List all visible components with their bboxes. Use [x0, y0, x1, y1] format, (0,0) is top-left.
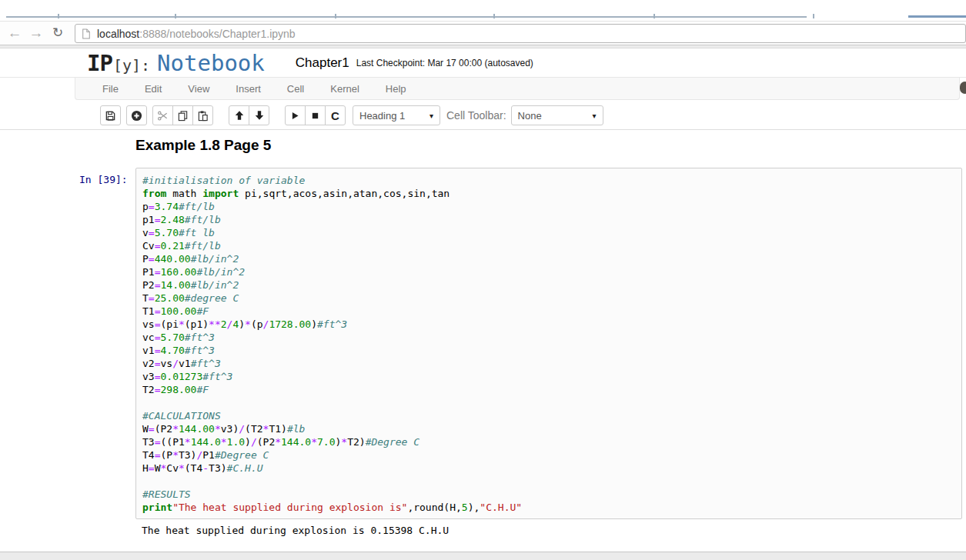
ipython-logo[interactable]: IP [y]: Notebook	[87, 50, 265, 76]
code-line: v=5.70#ft lb	[142, 226, 955, 239]
input-prompt: In [39]:	[79, 174, 128, 185]
code-line: W=(P2*144.00*v3)/(T2*T1)#lb	[142, 422, 955, 435]
move-cell-down-button[interactable]	[249, 105, 269, 125]
reload-icon[interactable]: ↻	[48, 23, 68, 43]
restart-icon: C	[331, 109, 339, 122]
logo-ip: IP	[87, 50, 112, 76]
code-line: from math import pi,sqrt,acos,asin,atan,…	[142, 187, 955, 200]
arrow-down-icon	[254, 110, 265, 121]
tab-separator	[813, 14, 814, 18]
code-line: p1=2.48#ft/lb	[142, 213, 955, 226]
logo-y: [y]:	[113, 56, 150, 75]
cell-toolbar-select[interactable]: None ▾	[511, 105, 603, 125]
code-line: v1=4.70#ft^3	[142, 344, 955, 357]
chevron-down-icon: ▾	[593, 112, 597, 120]
save-button[interactable]	[100, 105, 121, 125]
code-line: P=440.00#lb/in^2	[142, 252, 955, 265]
copy-icon	[177, 110, 189, 122]
cell-toolbar-label: Cell Toolbar:	[446, 109, 506, 122]
code-line: #CALCULATIONS	[142, 409, 955, 422]
notebook-title[interactable]: Chapter1	[296, 55, 349, 71]
url-path: :8888/notebooks/Chapter1.ipynb	[139, 28, 295, 40]
code-line: P1=160.00#lb/in^2	[142, 265, 955, 278]
address-bar[interactable]: localhost:8888/notebooks/Chapter1.ipynb	[75, 24, 966, 43]
code-line: #RESULTS	[142, 488, 955, 501]
code-line	[142, 475, 955, 488]
code-line: T1=100.00#F	[142, 305, 955, 318]
tab-separator	[175, 14, 176, 18]
menu-item-edit[interactable]: Edit	[132, 78, 175, 99]
interrupt-kernel-button[interactable]	[305, 105, 326, 125]
copy-cell-button[interactable]	[172, 105, 193, 125]
tab-separator	[58, 14, 59, 18]
code-line: P2=14.00#lb/in^2	[142, 278, 955, 292]
cell-output: The heat supplied during explosion is 0.…	[142, 525, 449, 536]
menu-bar: FileEditViewInsertCellKernelHelp	[75, 78, 960, 100]
code-line: Cv=0.21#ft/lb	[142, 239, 955, 252]
url-host: localhost	[97, 28, 139, 40]
move-cell-up-button[interactable]	[229, 105, 249, 125]
cell-type-value: Heading 1	[359, 110, 405, 122]
tab-edge-line	[6, 16, 807, 18]
menu-item-file[interactable]: File	[89, 78, 132, 99]
menu-item-insert[interactable]: Insert	[222, 78, 274, 99]
notebook-header: IP [y]: Notebook Chapter1 Last Checkpoin…	[0, 48, 966, 77]
browser-tab-strip	[0, 0, 966, 21]
page-icon	[82, 28, 91, 39]
restart-kernel-button[interactable]: C	[325, 105, 346, 125]
menu-item-cell[interactable]: Cell	[274, 78, 317, 99]
code-line: v2=vs/v1#ft^3	[142, 357, 955, 370]
code-line: T2=298.00#F	[142, 383, 955, 396]
arrow-up-icon	[234, 110, 245, 121]
tab-edge-line-active	[908, 15, 966, 18]
stop-icon	[310, 111, 320, 121]
menu-item-view[interactable]: View	[175, 78, 222, 99]
menu-item-kernel[interactable]: Kernel	[317, 78, 373, 99]
run-cell-button[interactable]	[285, 105, 306, 125]
paste-cell-button[interactable]	[192, 105, 213, 125]
notebook-content: Example 1.8 Page 5 In [39]: #initialisat…	[0, 130, 966, 552]
add-cell-button[interactable]	[126, 105, 147, 125]
code-line: T4=(P*T3)/P1#Degree C	[142, 448, 955, 462]
paste-icon	[197, 110, 209, 122]
code-line: vc=5.70#ft^3	[142, 331, 955, 344]
code-line: print"The heat supplied during explosion…	[142, 501, 955, 514]
code-editor[interactable]: #initialisation of variablefrom math imp…	[135, 168, 962, 519]
code-line	[142, 396, 955, 409]
bottom-bar	[0, 552, 966, 560]
tab-separator	[493, 14, 495, 18]
save-icon	[105, 110, 116, 122]
scissors-icon	[157, 110, 169, 122]
play-icon	[290, 111, 300, 121]
back-icon[interactable]: ←	[5, 23, 25, 43]
chevron-down-icon: ▾	[430, 112, 433, 120]
code-line: v3=0.01273#ft^3	[142, 370, 955, 383]
code-line: vs=(pi*(p1)**2/4)*(p/1728.00)#ft^3	[142, 318, 955, 331]
browser-toolbar: ← → ↻ localhost:8888/notebooks/Chapter1.…	[0, 21, 966, 45]
browser-window: ← → ↻ localhost:8888/notebooks/Chapter1.…	[0, 0, 966, 560]
checkpoint-status: Last Checkpoint: Mar 17 00:00 (autosaved…	[356, 58, 533, 68]
tab-separator	[653, 14, 655, 18]
code-line: H=W*Cv*(T4-T3)#C.H.U	[142, 462, 955, 475]
forward-icon[interactable]: →	[26, 23, 46, 43]
logo-notebook: Notebook	[157, 50, 265, 76]
code-line: T=25.00#degree C	[142, 292, 955, 305]
plus-circle-icon	[131, 110, 142, 122]
cell-toolbar: C Heading 1 ▾ Cell Toolbar: None ▾	[0, 100, 966, 130]
code-line: #initialisation of variable	[142, 174, 955, 187]
heading-cell[interactable]: Example 1.8 Page 5	[135, 137, 271, 154]
cell-type-select[interactable]: Heading 1 ▾	[353, 105, 440, 125]
code-line: p=3.74#ft/lb	[142, 200, 955, 213]
scrollbar-thumb[interactable]	[960, 82, 966, 94]
code-line: T3=((P1*144.0*1.0)/(P2*144.0*7.0)*T2)#De…	[142, 435, 955, 448]
tab-separator	[335, 14, 336, 18]
cell-toolbar-value: None	[518, 110, 542, 122]
cut-cell-button[interactable]	[152, 105, 173, 125]
menu-item-help[interactable]: Help	[373, 78, 419, 99]
